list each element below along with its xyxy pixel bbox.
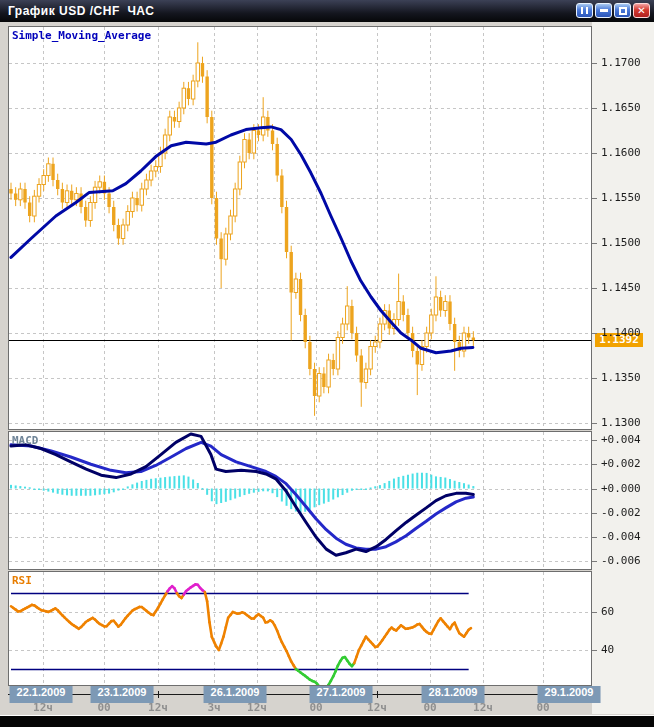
time-axis-tick xyxy=(377,691,378,698)
minimize-icon xyxy=(600,9,608,12)
window-controls: ✕ xyxy=(576,3,650,18)
minimize-button[interactable] xyxy=(595,3,612,18)
date-badge: 23.1.2009 xyxy=(91,686,154,703)
bottom-bar xyxy=(0,715,654,727)
price-chart-canvas[interactable] xyxy=(9,27,591,429)
date-badge: 27.1.2009 xyxy=(310,686,373,703)
date-axis: 12ч0012ч3ч12ч0012ч0012ч0022.1.200923.1.2… xyxy=(0,686,654,714)
pause-icon xyxy=(581,7,588,14)
date-badge: 22.1.2009 xyxy=(10,686,73,703)
chart-window: График USD /CHF ЧАС ✕ Simple_Moving_Aver… xyxy=(0,0,654,727)
maximize-icon xyxy=(619,7,627,15)
close-button[interactable]: ✕ xyxy=(633,3,650,18)
titlebar[interactable]: График USD /CHF ЧАС ✕ xyxy=(0,0,654,22)
indicator-label-rsi: RSI xyxy=(12,574,32,587)
main-chart-panel: Simple_Moving_Average xyxy=(8,26,592,430)
price-axis-column xyxy=(592,22,654,714)
window-title: График USD /CHF ЧАС xyxy=(0,4,154,18)
indicator-label-macd: MACD xyxy=(12,434,39,447)
date-badge: 26.1.2009 xyxy=(204,686,267,703)
maximize-button[interactable] xyxy=(614,3,631,18)
close-icon: ✕ xyxy=(637,6,645,16)
macd-panel: MACD xyxy=(8,431,592,570)
rsi-canvas[interactable] xyxy=(9,572,591,685)
macd-canvas[interactable] xyxy=(9,432,591,569)
pause-button[interactable] xyxy=(576,3,593,18)
date-badge: 29.1.2009 xyxy=(538,686,601,703)
time-axis-tick xyxy=(158,691,159,698)
rsi-panel: RSI xyxy=(8,571,592,686)
indicator-label-sma: Simple_Moving_Average xyxy=(12,29,151,42)
date-badge: 28.1.2009 xyxy=(422,686,485,703)
